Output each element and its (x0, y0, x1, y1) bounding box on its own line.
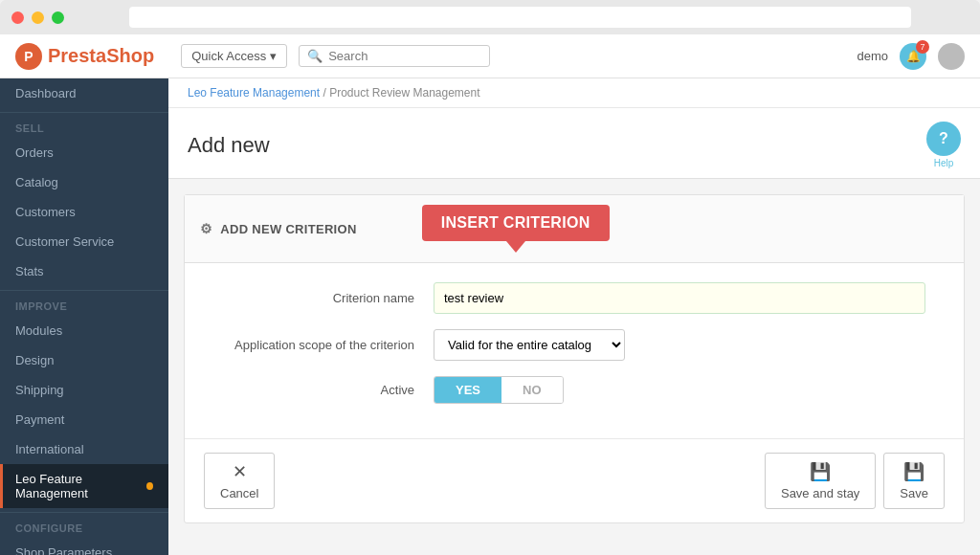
criterion-name-label: Criterion name (223, 291, 434, 305)
sidebar-section-configure: CONFIGURE (0, 512, 168, 538)
form-body: Criterion name Application scope of the … (185, 263, 964, 438)
sidebar-item-label: Leo Feature Management (15, 472, 141, 500)
quick-access-label: Quick Access (191, 49, 266, 63)
save-stay-icon: 💾 (810, 461, 831, 482)
sidebar-item-label: Design (15, 353, 54, 367)
application-scope-select[interactable]: Valid for the entire catalog Valid for a… (434, 329, 625, 361)
sidebar-item-label: International (15, 442, 84, 456)
logo: P PrestaShop (15, 43, 154, 70)
help-button[interactable]: ? (926, 122, 961, 156)
breadcrumb-current: Product Review Management (329, 86, 479, 100)
window-chrome (0, 0, 980, 34)
breadcrumb-parent-link[interactable]: Leo Feature Management (188, 86, 320, 100)
sidebar-item-shipping[interactable]: Shipping (0, 375, 168, 405)
sidebar-item-label: Shop Parameters (15, 545, 112, 555)
top-nav: P PrestaShop Quick Access ▾ 🔍 demo 🔔 7 (0, 34, 980, 78)
application-scope-row: Application scope of the criterion Valid… (223, 329, 925, 361)
sidebar-item-label: Stats (15, 264, 44, 278)
form-card-header: ⚙ ADD NEW CRITERION insert criterion (185, 195, 964, 263)
tooltip-container: insert criterion (422, 205, 610, 253)
active-label: Active (223, 383, 434, 397)
search-icon: 🔍 (307, 49, 323, 63)
active-row: Active YES NO (223, 376, 925, 404)
address-bar[interactable] (129, 7, 911, 28)
sidebar-item-shop-parameters[interactable]: Shop Parameters (0, 538, 168, 555)
minimize-btn[interactable] (32, 11, 44, 24)
sidebar-section-improve: IMPROVE (0, 290, 168, 316)
sidebar-item-payment[interactable]: Payment (0, 405, 168, 434)
sidebar-item-label: Modules (15, 323, 62, 338)
sidebar-item-label: Customers (15, 205, 76, 219)
quick-access-button[interactable]: Quick Access ▾ (181, 44, 287, 68)
demo-label: demo (857, 49, 888, 63)
gear-icon: ⚙ (200, 221, 212, 236)
notifications-button[interactable]: 🔔 7 (900, 43, 926, 70)
avatar[interactable] (938, 43, 965, 70)
main-layout: Dashboard SELL Orders Catalog Customers … (0, 78, 980, 555)
tooltip-box: insert criterion (422, 205, 610, 241)
cancel-label: Cancel (220, 486, 258, 500)
sidebar-item-dashboard[interactable]: Dashboard (0, 78, 168, 108)
sidebar-item-label: Orders (15, 145, 54, 160)
sidebar-item-catalog[interactable]: Catalog (0, 167, 168, 197)
toggle-no-button[interactable]: NO (501, 377, 563, 403)
nav-right: demo 🔔 7 (857, 43, 965, 70)
page-header: Add new ? Help (168, 108, 980, 179)
toggle-group: YES NO (434, 376, 564, 404)
help-label: Help (934, 158, 954, 168)
sidebar-item-international[interactable]: International (0, 434, 168, 464)
save-stay-label: Save and stay (781, 486, 859, 500)
save-button[interactable]: 💾 Save (883, 453, 945, 509)
maximize-btn[interactable] (52, 11, 64, 24)
breadcrumb: Leo Feature Management / Product Review … (168, 78, 980, 108)
search-input[interactable] (328, 49, 481, 63)
actions-right: 💾 Save and stay 💾 Save (765, 453, 945, 509)
sidebar-item-label: Catalog (15, 175, 58, 189)
save-icon: 💾 (903, 461, 924, 482)
sidebar-item-label: Shipping (15, 383, 64, 397)
sidebar-item-orders[interactable]: Orders (0, 138, 168, 167)
logo-icon: P (15, 43, 42, 70)
sidebar-item-label: Payment (15, 412, 64, 427)
main-content: Leo Feature Management / Product Review … (168, 78, 980, 555)
close-btn[interactable] (11, 11, 24, 24)
criterion-name-input[interactable] (434, 282, 925, 314)
save-and-stay-button[interactable]: 💾 Save and stay (765, 453, 876, 509)
sidebar-item-design[interactable]: Design (0, 345, 168, 375)
cancel-button[interactable]: ✕ Cancel (204, 453, 275, 509)
sidebar-item-leo-feature[interactable]: Leo Feature Management (0, 464, 168, 508)
cancel-icon: ✕ (233, 461, 247, 482)
sidebar-item-customers[interactable]: Customers (0, 197, 168, 227)
page-title: Add new (188, 133, 270, 158)
breadcrumb-separator: / (323, 86, 325, 100)
tooltip-arrow (506, 241, 525, 253)
search-area: 🔍 (299, 45, 490, 67)
sidebar-item-label: Dashboard (15, 86, 77, 100)
sidebar-item-modules[interactable]: Modules (0, 316, 168, 345)
form-card-title: ADD NEW CRITERION (220, 222, 356, 236)
application-scope-label: Application scope of the criterion (223, 338, 434, 352)
logo-text: PrestaShop (48, 45, 154, 67)
notification-badge: 7 (916, 40, 929, 54)
active-indicator (146, 482, 153, 490)
sidebar-section-sell: SELL (0, 112, 168, 138)
form-card: ⚙ ADD NEW CRITERION insert criterion Cri… (184, 194, 965, 523)
quick-access-arrow: ▾ (270, 49, 277, 63)
save-label: Save (900, 486, 928, 500)
criterion-name-row: Criterion name (223, 282, 925, 314)
sidebar-item-customer-service[interactable]: Customer Service (0, 227, 168, 256)
toggle-yes-button[interactable]: YES (434, 377, 501, 403)
sidebar-item-label: Customer Service (15, 234, 114, 249)
help-container: ? Help (926, 122, 961, 168)
form-actions: ✕ Cancel 💾 Save and stay 💾 Save (185, 438, 964, 522)
sidebar: Dashboard SELL Orders Catalog Customers … (0, 78, 168, 555)
sidebar-item-stats[interactable]: Stats (0, 256, 168, 286)
